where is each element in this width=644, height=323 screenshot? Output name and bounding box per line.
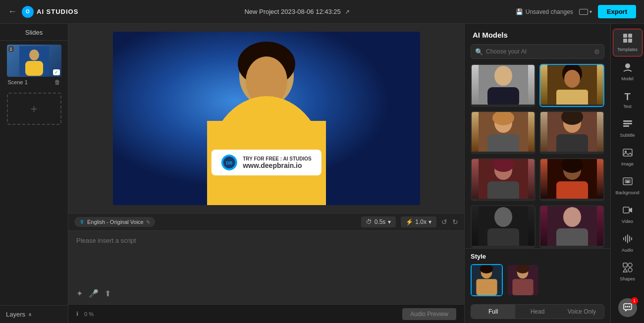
duration-chevron: ▾ xyxy=(388,218,391,225)
chat-button[interactable]: 1 xyxy=(618,298,637,317)
model-avatar-maria xyxy=(540,112,603,152)
style-grid xyxy=(471,264,604,296)
svg-rect-33 xyxy=(556,181,588,199)
tab-voice-only[interactable]: Voice Only xyxy=(560,305,604,319)
topbar-center: New Project 2023-08-06 12:43:25 ↗ xyxy=(244,8,349,15)
filter-icon[interactable]: ⚙ xyxy=(594,48,600,55)
speed-value: 1.0x xyxy=(415,218,427,225)
model-card-av2[interactable] xyxy=(539,205,604,248)
upload-file-icon[interactable]: ⬆ xyxy=(105,289,111,298)
paige-svg xyxy=(479,112,528,152)
deepbrain-logo-svg: DB xyxy=(222,156,236,169)
topbar-left: ← O AI STUDIOS xyxy=(8,6,78,18)
back-button[interactable]: ← xyxy=(8,6,17,17)
svg-rect-55 xyxy=(623,125,629,127)
svg-rect-56 xyxy=(623,149,632,156)
watermark-bottom-text: www.deepbrain.io xyxy=(243,162,312,169)
svg-point-42 xyxy=(480,264,493,273)
layers-label: Layers xyxy=(6,311,25,318)
toolbar-item-model[interactable]: Model xyxy=(613,58,643,85)
templates-icon xyxy=(623,33,633,46)
svg-rect-21 xyxy=(487,134,519,152)
style-card-bg-2 xyxy=(508,265,538,295)
toolbar-item-templates[interactable]: Templates xyxy=(613,29,643,56)
undo-button[interactable]: ↺ xyxy=(441,218,447,226)
duration-control[interactable]: ⏱ 0.5s ▾ xyxy=(361,216,396,227)
toolbar-item-audio[interactable]: Audio xyxy=(613,230,643,257)
svg-point-67 xyxy=(627,306,628,308)
upload-audio-icon[interactable]: 🎤 xyxy=(89,289,99,298)
model-card-jonathan[interactable]: Jonathan (Consultant) xyxy=(471,64,536,107)
svg-rect-48 xyxy=(623,34,627,38)
style-card-1[interactable] xyxy=(471,264,503,296)
ai-script-icon[interactable]: ✦ xyxy=(76,289,83,298)
av1-svg xyxy=(479,206,528,246)
svg-rect-2 xyxy=(25,61,43,76)
speed-control[interactable]: ⚡ 1.0x ▾ xyxy=(401,216,436,227)
external-link-icon[interactable]: ↗ xyxy=(345,8,350,15)
speed-chevron: ▾ xyxy=(429,218,431,225)
svg-rect-62 xyxy=(623,263,627,267)
slide-item-1[interactable]: 1 ✓ Scene 1 🗑 xyxy=(7,45,61,86)
jonathan-svg xyxy=(479,65,528,105)
screen-selector[interactable]: ▾ xyxy=(579,9,592,15)
toolbar-item-subtitle[interactable]: Subtitle xyxy=(613,115,643,142)
models-panel: AI Models 🔍 ⚙ Jonathan (Consultant) xyxy=(464,24,610,323)
maria-svg xyxy=(547,112,597,152)
tab-full[interactable]: Full xyxy=(471,305,515,319)
model-card-paige[interactable]: Paige (Education) xyxy=(471,111,536,154)
add-icon: + xyxy=(30,102,37,116)
svg-rect-39 xyxy=(556,228,588,246)
model-avatar-mia xyxy=(472,159,535,199)
toolbar-item-shapes[interactable]: Shapes xyxy=(613,259,643,285)
search-icon: 🔍 xyxy=(475,48,483,55)
model-card-paris[interactable]: ✓ Paris (Announcer) xyxy=(539,64,604,107)
toolbar-item-image[interactable]: Image xyxy=(613,144,643,170)
voice-label: English - Original Voice xyxy=(87,219,144,225)
model-avatar-paris xyxy=(540,65,603,105)
slide-person-svg xyxy=(19,46,49,76)
model-label-jonathan: Jonathan (Consultant) xyxy=(472,105,535,107)
subtitle-label: Subtitle xyxy=(620,133,635,138)
model-avatar-av1 xyxy=(472,206,535,246)
svg-point-16 xyxy=(564,70,580,88)
svg-rect-13 xyxy=(487,87,519,105)
shapes-label: Shapes xyxy=(620,276,635,281)
progress-info: ℹ xyxy=(76,311,78,317)
model-card-maria[interactable]: Maria xyxy=(539,111,604,154)
style-section: Style xyxy=(465,248,610,300)
tab-head[interactable]: Head xyxy=(515,305,559,319)
canvas-background: DB TRY FOR FREE : AI STUDIOS www.deepbra… xyxy=(113,32,420,205)
right-toolbar: Templates Model T Text Subt xyxy=(610,24,644,323)
style-2-svg xyxy=(508,264,538,296)
layers-bar[interactable]: Layers ∧ xyxy=(0,305,68,323)
chat-badge: 1 xyxy=(631,297,638,304)
model-label-paige: Paige (Education) xyxy=(472,152,535,154)
svg-point-63 xyxy=(628,263,632,267)
export-button[interactable]: Export xyxy=(598,5,636,18)
svg-point-52 xyxy=(625,63,630,68)
model-label: Model xyxy=(621,76,634,81)
progress-percentage: 0 % xyxy=(84,311,94,317)
slide-label: Scene 1 🗑 xyxy=(7,79,61,86)
svg-rect-47 xyxy=(512,279,533,295)
style-card-2[interactable] xyxy=(507,264,539,296)
model-label-maria: Maria xyxy=(540,152,603,154)
toolbar-item-video[interactable]: Video xyxy=(613,201,643,228)
model-card-mia[interactable]: Mia xyxy=(471,158,536,201)
model-avatar-av2 xyxy=(540,206,603,246)
model-search-input[interactable] xyxy=(471,44,604,59)
script-actions: ✦ 🎤 ⬆ xyxy=(76,289,456,298)
toolbar-item-background[interactable]: Background xyxy=(613,172,643,199)
model-card-av1[interactable]: 🔒 xyxy=(471,205,536,248)
audio-preview-button[interactable]: Audio Preview xyxy=(402,308,456,320)
model-card-philip[interactable]: Philip xyxy=(539,158,604,201)
voice-selector[interactable]: 🎙 English - Original Voice ✎ xyxy=(74,217,155,227)
svg-rect-51 xyxy=(628,39,632,43)
slide-delete-icon[interactable]: 🗑 xyxy=(54,79,60,86)
redo-button[interactable]: ↻ xyxy=(452,218,458,226)
toolbar-item-text[interactable]: T Text xyxy=(613,87,643,113)
script-input[interactable] xyxy=(76,237,456,285)
add-slide-button[interactable]: + xyxy=(7,93,61,125)
canvas-person-svg xyxy=(113,32,420,205)
